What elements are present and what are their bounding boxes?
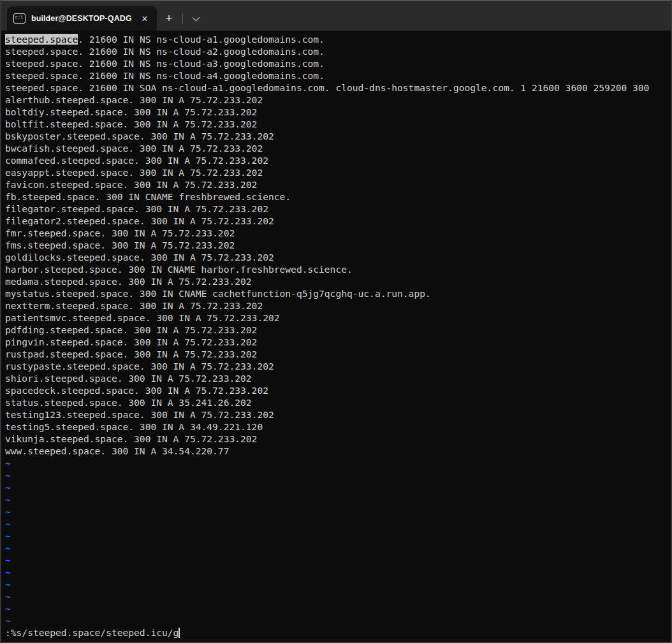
zone-record-line: patientsmvc.steeped.space. 300 IN A 75.7… [5,312,671,324]
zone-record-line: pingvin.steeped.space. 300 IN A 75.72.23… [5,336,671,348]
tab-bar[interactable]: c:\ builder@DESKTOP-QADGF36: ✕ + [1,1,671,31]
zone-record-line: alerthub.steeped.space. 300 IN A 75.72.2… [5,94,671,106]
chevron-down-icon [193,14,200,21]
zone-record-line: easyappt.steeped.space. 300 IN A 75.72.2… [5,166,671,178]
vim-empty-line-tilde: ~ [5,542,671,554]
zone-record-line: spacedeck.steeped.space. 300 IN A 75.72.… [5,384,671,396]
zone-record-line: www.steeped.space. 300 IN A 34.54.220.77 [5,445,671,457]
zone-record-line-rest: . 21600 IN NS ns-cloud-a1.googledomains.… [78,34,325,45]
zone-record-line: steeped.space. 21600 IN NS ns-cloud-a3.g… [5,57,671,69]
vim-empty-line-tilde: ~ [5,457,671,469]
vim-empty-line-tilde: ~ [5,493,671,505]
zone-record-line: fmr.steeped.space. 300 IN A 75.72.233.20… [5,227,671,239]
zone-record-line: bskyposter.steeped.space. 300 IN A 75.72… [5,130,671,142]
zone-record-line: steeped.space. 21600 IN NS ns-cloud-a1.g… [5,33,671,45]
zone-record-line: nextterm.steeped.space. 300 IN A 75.72.2… [5,300,671,312]
tab-close-button[interactable]: ✕ [138,11,152,25]
new-tab-button[interactable]: + [157,6,181,31]
zone-record-line: testing123.steeped.space. 300 IN A 75.72… [5,408,671,421]
vim-command-text: :%s/steeped.space/steeped.icu/g [5,627,179,638]
zone-record-line: medama.steeped.space. 300 IN A 75.72.233… [5,275,671,287]
zone-record-line: fms.steeped.space. 300 IN A 75.72.233.20… [5,239,671,251]
zone-record-line: harbor.steeped.space. 300 IN CNAME harbo… [5,263,671,275]
terminal-screen[interactable]: steeped.space. 21600 IN NS ns-cloud-a1.g… [1,31,671,642]
vim-empty-line-tilde: ~ [5,614,671,626]
zone-record-line: status.steeped.space. 300 IN A 35.241.26… [5,396,671,408]
zone-record-line: shiori.steeped.space. 300 IN A 75.72.233… [5,372,671,384]
zone-record-line: testing5.steeped.space. 300 IN A 34.49.2… [5,421,671,433]
vim-empty-line-tilde: ~ [5,590,671,602]
zone-record-line: goldilocks.steeped.space. 300 IN A 75.72… [5,251,671,263]
vim-empty-line-tilde: ~ [5,469,671,481]
tab-title: builder@DESKTOP-QADGF36: [31,14,132,23]
vim-command-line[interactable]: :%s/steeped.space/steeped.icu/g [5,626,671,639]
zone-record-line: filegator.steeped.space. 300 IN A 75.72.… [5,203,671,215]
zone-record-line: favicon.steeped.space. 300 IN A 75.72.23… [5,178,671,191]
zone-record-line: bwcafish.steeped.space. 300 IN A 75.72.2… [5,142,671,154]
zone-record-line: filegator2.steeped.space. 300 IN A 75.72… [5,215,671,227]
zone-record-line: fb.steeped.space. 300 IN CNAME freshbrew… [5,191,671,203]
zone-record-line: steeped.space. 21600 IN SOA ns-cloud-a1.… [5,82,671,94]
search-highlight: steeped.space [5,34,78,45]
zone-record-line: steeped.space. 21600 IN NS ns-cloud-a2.g… [5,45,671,57]
tilde-column: ~~~~~~~~~~~~~~ [5,457,671,626]
terminal-tab-active[interactable]: c:\ builder@DESKTOP-QADGF36: ✕ [7,6,157,31]
vim-empty-line-tilde: ~ [5,505,671,517]
zone-record-line: pdfding.steeped.space. 300 IN A 75.72.23… [5,324,671,336]
zone-record-line: rustpad.steeped.space. 300 IN A 75.72.23… [5,348,671,360]
zone-record-line: boltdiy.steeped.space. 300 IN A 75.72.23… [5,106,671,118]
terminal-window: c:\ builder@DESKTOP-QADGF36: ✕ + steeped… [0,0,672,643]
tab-dropdown-button[interactable] [184,6,206,31]
vim-empty-line-tilde: ~ [5,602,671,614]
terminal-buffer: steeped.space. 21600 IN NS ns-cloud-a2.g… [5,45,671,457]
zone-record-line: rustypaste.steeped.space. 300 IN A 75.72… [5,360,671,372]
zone-record-line: boltfit.steeped.space. 300 IN A 75.72.23… [5,118,671,130]
zone-record-line: mystatus.steeped.space. 300 IN CNAME cac… [5,287,671,300]
vim-empty-line-tilde: ~ [5,554,671,566]
tabbar-separator [182,13,183,24]
vim-empty-line-tilde: ~ [5,578,671,590]
vim-empty-line-tilde: ~ [5,566,671,578]
command-prompt-icon: c:\ [13,13,26,24]
text-cursor [179,628,180,638]
vim-empty-line-tilde: ~ [5,517,671,530]
zone-record-line: vikunja.steeped.space. 300 IN A 75.72.23… [5,433,671,445]
vim-empty-line-tilde: ~ [5,481,671,493]
vim-empty-line-tilde: ~ [5,530,671,542]
zone-record-line: steeped.space. 21600 IN NS ns-cloud-a4.g… [5,69,671,82]
zone-record-line: commafeed.steeped.space. 300 IN A 75.72.… [5,154,671,166]
